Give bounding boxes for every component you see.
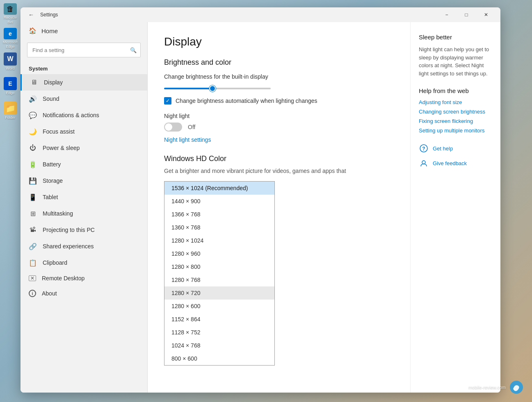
resolution-option-12[interactable]: 1024 × 768 <box>164 339 274 352</box>
sidebar-item-label-projecting: Projecting to this PC <box>43 227 95 233</box>
sidebar-item-label-battery: Battery <box>43 161 61 168</box>
sidebar-item-label-display: Display <box>44 79 63 86</box>
night-light-toggle[interactable] <box>164 123 182 132</box>
resolution-option-2[interactable]: 1366 × 768 <box>164 208 274 221</box>
desktop-icon-label: Word <box>6 66 14 71</box>
resolution-option-11[interactable]: 1128 × 752 <box>164 326 274 339</box>
sidebar-item-remote[interactable]: ✕ Remote Desktop <box>21 271 147 286</box>
give-feedback-label[interactable]: Give feedback <box>433 160 467 166</box>
battery-icon: 🔋 <box>29 160 37 168</box>
night-light-state: Off <box>188 124 195 130</box>
sidebar-item-focus[interactable]: 🌙 Focus assist <box>21 123 147 140</box>
hd-color-title: Windows HD Color <box>164 154 394 163</box>
resolution-option-9[interactable]: 1280 × 600 <box>164 300 274 313</box>
night-light-row: Night light <box>164 113 394 119</box>
sidebar-item-shared[interactable]: 🔗 Shared experiences <box>21 238 147 254</box>
brightness-slider-container <box>164 84 394 91</box>
power-icon: ⏻ <box>29 144 37 152</box>
sidebar-item-label-focus: Focus assist <box>43 128 75 135</box>
desktop-icon-edge2[interactable]: E Edge <box>2 77 19 98</box>
settings-window: ← Settings − □ ✕ 🏠 Home 🔍 System <box>21 7 500 393</box>
main-content: 🏠 Home 🔍 System 🖥 Display 🔊 Sound <box>21 22 500 393</box>
give-feedback-action[interactable]: Give feedback <box>419 158 492 168</box>
night-light-toggle-row: Off <box>164 123 394 132</box>
sidebar-item-clipboard[interactable]: 📋 Clipboard <box>21 254 147 271</box>
focus-icon: 🌙 <box>29 127 37 136</box>
search-input[interactable] <box>27 43 141 57</box>
help-link-monitors[interactable]: Setting up multiple monitors <box>419 127 492 134</box>
resolution-option-4[interactable]: 1280 × 1024 <box>164 234 274 247</box>
resolution-option-8[interactable]: 1280 × 720 <box>164 286 274 300</box>
resolution-dropdown[interactable]: 1536 × 1024 (Recommended) 1440 × 900 136… <box>164 181 275 366</box>
clipboard-icon: 📋 <box>29 259 37 267</box>
sidebar-item-label-clipboard: Clipboard <box>43 259 67 266</box>
desktop: 🗑 Recycle Bin e Microsoft Edge W Word E … <box>0 0 532 402</box>
get-help-action[interactable]: ? Get help <box>419 143 492 153</box>
sidebar-item-label-power: Power & sleep <box>43 145 80 151</box>
sidebar-item-display[interactable]: 🖥 Display <box>21 74 147 91</box>
sidebar-item-label-multitasking: Multitasking <box>43 210 73 217</box>
sidebar-item-tablet[interactable]: 📱 Tablet <box>21 189 147 205</box>
hd-color-desc: Get a brighter and more vibrant picture … <box>164 167 394 175</box>
sound-icon: 🔊 <box>29 95 37 103</box>
resolution-option-7[interactable]: 1280 × 768 <box>164 273 274 286</box>
watermark-logo <box>509 380 524 395</box>
night-light-settings-link[interactable]: Night light settings <box>164 136 211 143</box>
tablet-icon: 📱 <box>29 193 37 201</box>
resolution-option-1[interactable]: 1440 × 900 <box>164 195 274 208</box>
remote-icon: ✕ <box>29 275 36 281</box>
sidebar-item-label-shared: Shared experiences <box>43 243 94 250</box>
sidebar-item-home[interactable]: 🏠 Home <box>21 22 147 39</box>
get-help-label[interactable]: Get help <box>433 145 453 152</box>
window-title: Settings <box>40 12 437 18</box>
resolution-option-0[interactable]: 1536 × 1024 (Recommended) <box>164 182 274 195</box>
sidebar-item-power[interactable]: ⏻ Power & sleep <box>21 140 147 156</box>
resolution-option-6[interactable]: 1280 × 800 <box>164 260 274 273</box>
desktop-icon-word[interactable]: W Word <box>2 52 19 74</box>
sidebar-item-storage[interactable]: 💾 Storage <box>21 173 147 189</box>
auto-brightness-row: Change brightness automatically when lig… <box>164 97 394 104</box>
help-section-title: Help from the web <box>419 87 492 94</box>
sidebar-item-label-sound: Sound <box>43 95 59 102</box>
close-button[interactable]: ✕ <box>477 8 495 21</box>
sidebar-item-battery[interactable]: 🔋 Battery <box>21 156 147 173</box>
desktop-icon-folder[interactable]: 📁 Folder <box>2 102 19 123</box>
resolution-option-3[interactable]: 1360 × 768 <box>164 221 274 234</box>
storage-icon: 💾 <box>29 177 37 185</box>
notifications-icon: 💬 <box>29 111 37 119</box>
sidebar-item-projecting[interactable]: 📽 Projecting to this PC <box>21 222 147 238</box>
sidebar-item-sound[interactable]: 🔊 Sound <box>21 91 147 107</box>
projecting-icon: 📽 <box>29 226 37 234</box>
watermark: mobile-review.com <box>468 380 524 395</box>
sleep-section-title: Sleep better <box>419 34 492 41</box>
shared-icon: 🔗 <box>29 242 37 250</box>
desktop-icon-label: Recycle Bin <box>2 16 19 25</box>
brightness-label: Change brightness for the built-in displ… <box>164 73 394 80</box>
maximize-button[interactable]: □ <box>457 8 476 21</box>
svg-point-2 <box>422 161 425 164</box>
sidebar-item-about[interactable]: i About <box>21 286 147 301</box>
help-link-flicker[interactable]: Fixing screen flickering <box>419 118 492 124</box>
back-button[interactable]: ← <box>25 9 37 20</box>
desktop-icon-edge[interactable]: e Microsoft Edge <box>2 28 19 49</box>
resolution-option-10[interactable]: 1152 × 864 <box>164 313 274 326</box>
resolution-option-13[interactable]: 800 × 600 <box>164 352 274 365</box>
sidebar-item-label-tablet: Tablet <box>43 194 58 200</box>
resolution-option-5[interactable]: 1280 × 960 <box>164 247 274 260</box>
auto-brightness-checkbox[interactable] <box>164 97 171 104</box>
page-title: Display <box>164 35 394 48</box>
get-help-icon: ? <box>419 143 429 153</box>
desktop-icon-label: Edge <box>6 91 14 95</box>
sidebar-item-multitasking[interactable]: ⊞ Multitasking <box>21 205 147 222</box>
right-panel: Sleep better Night light can help you ge… <box>410 22 500 393</box>
desktop-icon-recycle[interactable]: 🗑 Recycle Bin <box>2 3 19 25</box>
help-link-font[interactable]: Adjusting font size <box>419 99 492 105</box>
watermark-text: mobile-review.com <box>468 385 506 390</box>
content-panel: Display Brightness and color Change brig… <box>148 22 410 393</box>
feedback-icon <box>419 158 429 168</box>
sidebar-item-notifications[interactable]: 💬 Notifications & actions <box>21 107 147 123</box>
brightness-slider[interactable] <box>164 88 271 89</box>
minimize-button[interactable]: − <box>437 8 456 21</box>
help-link-brightness[interactable]: Changing screen brightness <box>419 109 492 115</box>
sidebar-item-label-notifications: Notifications & actions <box>43 112 99 118</box>
